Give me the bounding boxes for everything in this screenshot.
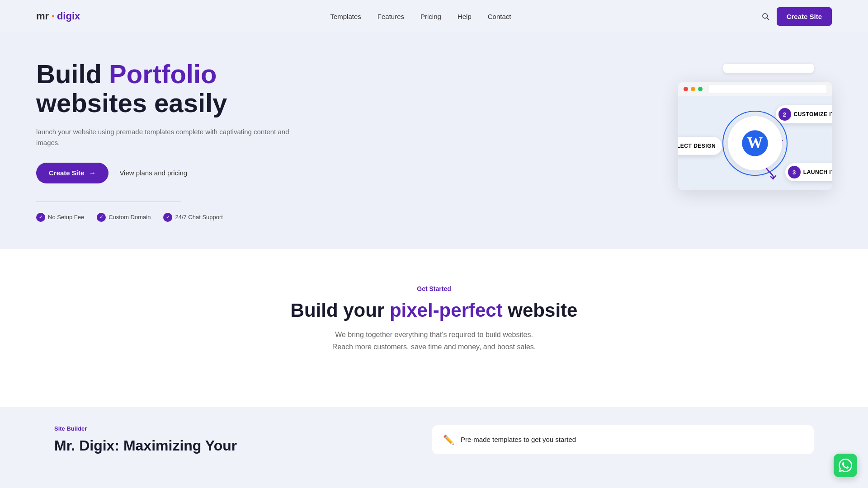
- logo[interactable]: mr · digix: [36, 10, 80, 23]
- card-feature-label: Pre-made templates to get you started: [461, 436, 576, 443]
- hero-create-site-button[interactable]: Create Site →: [36, 163, 108, 183]
- badge-check-icon-3: ✓: [163, 213, 172, 222]
- pencil-icon: ✏️: [443, 434, 454, 445]
- navbar: mr · digix Templates Features Pricing He…: [0, 0, 868, 33]
- hero-actions: Create Site → View plans and pricing: [36, 163, 289, 183]
- svg-text:W: W: [747, 134, 763, 152]
- nav-pricing[interactable]: Pricing: [420, 13, 441, 20]
- wp-logo-svg: W: [741, 130, 769, 157]
- section-subtitle-line1: We bring together everything that's requ…: [335, 331, 533, 338]
- step-2-label: CUSTOMIZE IT: [794, 111, 832, 117]
- card-feature: ✏️ Pre-made templates to get you started: [432, 425, 814, 454]
- browser-dot-green: [698, 87, 703, 91]
- nav-links: Templates Features Pricing Help Contact: [330, 13, 511, 20]
- nav-help[interactable]: Help: [458, 13, 472, 20]
- badge-check-icon: ✓: [36, 213, 45, 222]
- whatsapp-icon: [839, 459, 852, 472]
- features-section: Get Started Build your pixel-perfect web…: [0, 249, 868, 407]
- hero-section: Build Portfolio websites easily launch y…: [0, 33, 868, 249]
- browser-dot-red: [684, 87, 688, 91]
- step-3-num: 3: [788, 166, 801, 178]
- hero-title-highlight: Portfolio: [109, 59, 217, 89]
- browser-dot-yellow: [691, 87, 695, 91]
- section-title-plain: Build your: [291, 300, 390, 321]
- badge-chat-support: ✓ 24/7 Chat Support: [163, 213, 223, 222]
- section-subtitle-line2: Reach more customers, save time and mone…: [332, 343, 536, 351]
- section-title: Build your pixel-perfect website: [36, 300, 832, 321]
- logo-mr: mr: [36, 10, 49, 22]
- browser-bar: [678, 82, 832, 96]
- hero-content: Build Portfolio websites easily launch y…: [36, 60, 289, 222]
- badge-chat-support-label: 24/7 Chat Support: [175, 214, 223, 221]
- section-tag: Get Started: [36, 285, 832, 292]
- section-title-rest: website: [503, 300, 578, 321]
- logo-dot: ·: [51, 10, 55, 23]
- browser-url-bar: [709, 85, 826, 93]
- hero-subtitle: launch your website using premade templa…: [36, 127, 289, 148]
- badge-custom-domain-label: Custom Domain: [108, 214, 151, 221]
- search-button[interactable]: [761, 12, 769, 20]
- hero-title: Build Portfolio websites easily: [36, 60, 289, 117]
- card-section: Site Builder Mr. Digix: Maximizing Your …: [36, 407, 832, 472]
- nav-templates[interactable]: Templates: [330, 13, 361, 20]
- hero-title-rest: websites easily: [36, 88, 227, 117]
- step-3-label: LAUNCH IT: [803, 169, 832, 175]
- nav-contact[interactable]: Contact: [488, 13, 511, 20]
- badge-custom-domain: ✓ Custom Domain: [97, 213, 151, 222]
- step-1-label: SELECT DESIGN: [678, 143, 716, 149]
- card-title: Mr. Digix: Maximizing Your: [54, 437, 414, 454]
- nav-features[interactable]: Features: [377, 13, 404, 20]
- hero-cta-label: Create Site: [49, 169, 84, 177]
- svg-point-2: [742, 130, 768, 156]
- nav-actions: Create Site: [761, 7, 832, 26]
- hero-title-plain: Build: [36, 59, 109, 89]
- hero-divider: [36, 202, 181, 202]
- badge-no-setup-label: No Setup Fee: [48, 214, 84, 221]
- logo-digix: digix: [57, 10, 80, 22]
- card-left: Site Builder Mr. Digix: Maximizing Your: [54, 425, 414, 454]
- step-badge-2: 2 CUSTOMIZE IT: [776, 105, 832, 123]
- step-2-num: 2: [778, 108, 791, 121]
- step-badge-1: 1 SELECT DESIGN: [678, 137, 722, 155]
- svg-line-1: [767, 18, 769, 19]
- view-plans-link[interactable]: View plans and pricing: [119, 169, 187, 177]
- nav-create-site-button[interactable]: Create Site: [777, 7, 832, 26]
- badge-check-icon-2: ✓: [97, 213, 106, 222]
- hero-illustration: W 1 SELECT DESIGN 2 CUSTOMIZE IT 3 LAUNC…: [660, 73, 832, 208]
- wp-logo-circle: W: [728, 116, 782, 170]
- hero-cta-arrow: →: [89, 169, 96, 177]
- hero-badges: ✓ No Setup Fee ✓ Custom Domain ✓ 24/7 Ch…: [36, 213, 289, 222]
- mini-browser-bar: [723, 64, 814, 73]
- section-subtitle: We bring together everything that's requ…: [36, 328, 832, 353]
- whatsapp-button[interactable]: [834, 454, 857, 472]
- browser-mockup: W 1 SELECT DESIGN 2 CUSTOMIZE IT 3 LAUNC…: [678, 82, 832, 190]
- badge-no-setup: ✓ No Setup Fee: [36, 213, 84, 222]
- section-title-highlight: pixel-perfect: [390, 300, 503, 321]
- step-badge-3: 3 LAUNCH IT: [785, 163, 832, 181]
- card-tag: Site Builder: [54, 425, 414, 432]
